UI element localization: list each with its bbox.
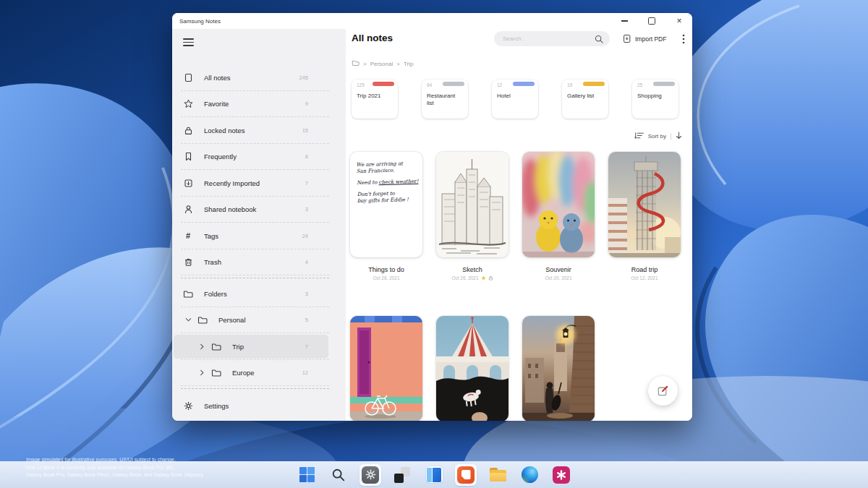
item-count: 245 xyxy=(299,74,308,81)
sketch-thumbnail xyxy=(436,152,509,257)
minimize-button[interactable] xyxy=(620,17,629,25)
folder-tab xyxy=(443,82,464,86)
item-count: 3 xyxy=(305,291,308,297)
taskbar-samsung-flower-app-button[interactable] xyxy=(550,464,572,486)
sort-label: Sort by xyxy=(648,133,666,140)
sidebar-item-locked-notes[interactable]: Locked notes 15 xyxy=(172,117,346,144)
note-card[interactable] xyxy=(436,152,509,257)
favorite-star-icon xyxy=(481,275,486,281)
sidebar-item-tags[interactable]: # Tags 24 xyxy=(172,223,346,249)
file-explorer-icon xyxy=(490,468,506,481)
breadcrumb-separator: > xyxy=(396,61,400,67)
gear-app-icon xyxy=(362,466,379,484)
taskbar-file-explorer-button[interactable] xyxy=(487,464,509,486)
import-icon xyxy=(183,178,193,188)
sidebar-item-frequently[interactable]: Frequently 8 xyxy=(172,144,346,171)
note-card[interactable] xyxy=(350,316,422,421)
sidebar-folder-trip[interactable]: Trip 7 xyxy=(172,333,346,360)
folder-card-restaurant-list[interactable]: 64 Restaurant list xyxy=(422,80,468,119)
item-count: 24 xyxy=(302,233,308,239)
sidebar-folder-personal[interactable]: Personal 5 xyxy=(172,307,346,334)
item-count: 7 xyxy=(305,180,308,187)
minimize-icon xyxy=(621,20,628,22)
note-date: Oct 12, 2021 xyxy=(608,275,681,281)
note-road-trip: Road trip Oct 12, 2021 xyxy=(608,152,681,281)
folder-card-gallery-list[interactable]: 19 Gallery list xyxy=(562,80,608,119)
folder-card-shopping[interactable]: 25 Shopping xyxy=(632,80,678,119)
flower-asterisk-icon xyxy=(553,466,570,484)
note-card[interactable] xyxy=(522,316,595,421)
new-note-button[interactable] xyxy=(648,376,678,406)
divider xyxy=(671,133,671,140)
carousel-thumbnail xyxy=(436,316,509,421)
item-count: 4 xyxy=(305,259,308,265)
window-titlebar[interactable]: Samsung Notes × xyxy=(172,13,692,29)
note-photo-street-lantern xyxy=(522,316,595,421)
hamburger-menu-button[interactable] xyxy=(183,38,194,46)
sidebar-item-settings[interactable]: Settings xyxy=(172,393,346,419)
note-card[interactable]: We are arriving at San Francisco. Need t… xyxy=(350,152,422,257)
folder-tab xyxy=(373,82,394,86)
sidebar: All notes 245 Favorite 9 Locked notes 15 xyxy=(172,29,346,421)
edge-browser-icon xyxy=(522,466,538,483)
breadcrumb-parent[interactable]: Personal xyxy=(370,61,393,67)
taskbar-start-button[interactable] xyxy=(296,464,318,486)
taskbar-gear-app-button[interactable] xyxy=(359,464,381,486)
taskbar-edge-button[interactable] xyxy=(519,464,540,486)
note-card[interactable] xyxy=(608,152,681,257)
folder-card-hotel[interactable]: 12 Hotel xyxy=(492,80,538,119)
note-things-to-do: We are arriving at San Francisco. Need t… xyxy=(350,152,422,281)
chevron-right-icon[interactable] xyxy=(198,369,205,377)
search-box[interactable] xyxy=(494,31,610,46)
taskbar-snip-app-button[interactable] xyxy=(391,464,413,486)
taskbar-samsung-notes-button[interactable] xyxy=(455,464,477,486)
note-photo-carousel xyxy=(436,316,509,421)
item-count: 5 xyxy=(305,317,308,323)
window-title: Samsung Notes xyxy=(179,18,221,25)
folder-icon xyxy=(183,288,193,299)
bicycle-wall-thumbnail xyxy=(350,316,422,421)
taskbar-blue-window-app-button[interactable] xyxy=(423,464,445,486)
sort-direction-arrow-icon[interactable] xyxy=(676,132,682,141)
note-card[interactable] xyxy=(522,152,595,257)
close-button[interactable]: × xyxy=(675,17,684,25)
sidebar-item-shared-notebook[interactable]: Shared notebook 3 xyxy=(172,197,346,223)
desktop: Samsung Notes × All notes 245 xyxy=(0,0,868,488)
search-icon[interactable] xyxy=(595,35,603,43)
item-count: 12 xyxy=(302,369,308,376)
maximize-button[interactable] xyxy=(647,17,656,25)
taskbar-search-button[interactable] xyxy=(328,464,349,486)
import-pdf-button[interactable]: Import PDF xyxy=(622,33,666,45)
note-date: Oct 26, 2021 xyxy=(436,275,509,281)
sidebar-item-folders[interactable]: Folders 3 xyxy=(172,281,346,307)
folder-cards-row: 125 Trip 2021 64 Restaurant list 12 Hote… xyxy=(352,80,678,119)
breadcrumb: > Personal > Trip xyxy=(352,59,413,68)
sort-control[interactable]: Sort by xyxy=(634,132,682,141)
handwritten-note-content: We are arriving at San Francisco. Need t… xyxy=(350,152,422,205)
breadcrumb-current[interactable]: Trip xyxy=(404,61,413,67)
note-photo-bicycle xyxy=(350,316,422,421)
sidebar-folder-europe[interactable]: Europe 12 xyxy=(172,360,346,387)
sidebar-item-trash[interactable]: Trash 4 xyxy=(172,249,346,276)
blue-window-icon xyxy=(426,466,443,483)
chevron-right-icon[interactable] xyxy=(198,343,205,350)
sidebar-item-all-notes[interactable]: All notes 245 xyxy=(172,64,346,91)
more-options-button[interactable] xyxy=(682,34,685,44)
note-title: Things to do xyxy=(350,266,422,273)
search-icon xyxy=(331,468,346,482)
note-icon xyxy=(183,72,193,82)
window-controls: × xyxy=(620,13,684,29)
note-card[interactable] xyxy=(436,316,509,421)
folder-card-trip-2021[interactable]: 125 Trip 2021 xyxy=(352,80,398,119)
folder-tab xyxy=(653,82,675,86)
breadcrumb-folder-icon xyxy=(352,59,359,68)
note-title: Road trip xyxy=(608,266,681,273)
chevron-down-icon[interactable] xyxy=(184,317,192,324)
sidebar-item-favorite[interactable]: Favorite 9 xyxy=(172,91,346,118)
sidebar-item-recently-imported[interactable]: Recently Imported 7 xyxy=(172,170,346,197)
bookmark-icon xyxy=(183,152,193,162)
sidebar-divider xyxy=(181,278,329,278)
gear-icon xyxy=(183,401,193,411)
search-input[interactable] xyxy=(494,35,595,43)
item-count: 9 xyxy=(305,100,308,107)
